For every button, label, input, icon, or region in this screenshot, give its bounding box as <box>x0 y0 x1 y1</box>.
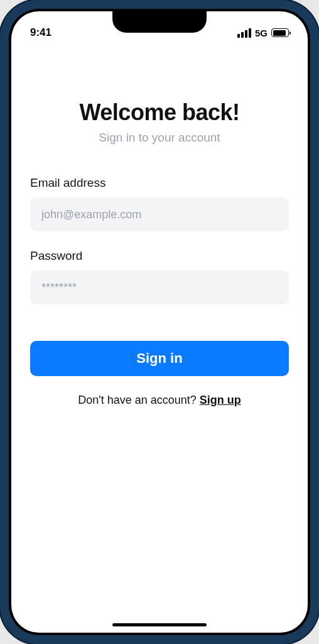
signup-row: Don't have an account? Sign up <box>30 394 289 407</box>
password-input[interactable] <box>30 270 289 304</box>
signup-prompt: Don't have an account? <box>78 394 200 406</box>
network-label: 5G <box>255 28 268 38</box>
screen: 9:41 5G Welcome back! Sign in to your ac… <box>11 11 308 633</box>
email-group: Email address <box>30 176 289 231</box>
page-subtitle: Sign in to your account <box>30 131 289 145</box>
password-label: Password <box>30 249 289 263</box>
signal-icon <box>237 28 251 38</box>
email-label: Email address <box>30 176 289 190</box>
phone-bezel: 9:41 5G Welcome back! Sign in to your ac… <box>9 9 310 635</box>
signin-button[interactable]: Sign in <box>30 341 289 376</box>
signup-link[interactable]: Sign up <box>200 394 241 406</box>
status-right: 5G <box>237 28 289 38</box>
home-indicator[interactable] <box>112 623 207 626</box>
email-input[interactable] <box>30 197 289 231</box>
battery-icon <box>271 28 289 37</box>
status-time: 9:41 <box>30 26 51 39</box>
notch <box>112 11 207 33</box>
signin-form: Email address Password Sign in Don't hav… <box>30 176 289 407</box>
phone-frame: 9:41 5G Welcome back! Sign in to your ac… <box>0 0 319 644</box>
page-title: Welcome back! <box>30 99 289 126</box>
content: Welcome back! Sign in to your account Em… <box>11 43 308 407</box>
password-group: Password <box>30 249 289 304</box>
